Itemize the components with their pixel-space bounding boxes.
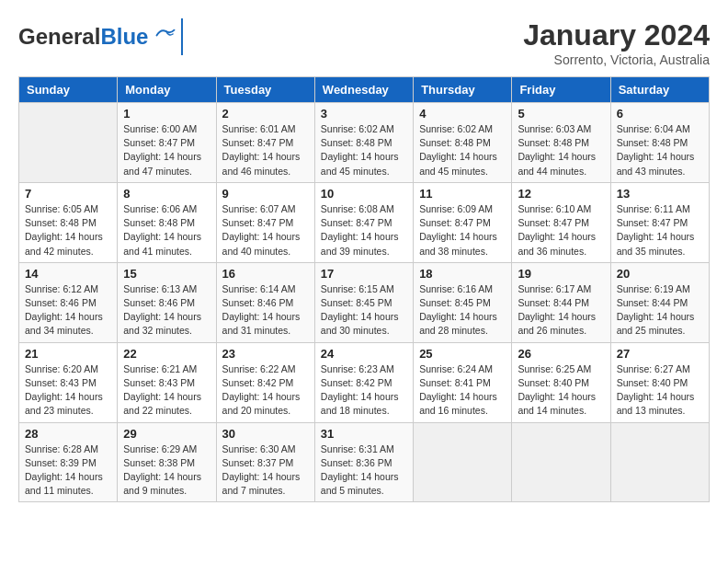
day-info: Sunrise: 6:17 AMSunset: 8:44 PMDaylight:… bbox=[518, 282, 604, 339]
calendar-cell: 26Sunrise: 6:25 AMSunset: 8:40 PMDayligh… bbox=[512, 342, 610, 422]
day-info: Sunrise: 6:21 AMSunset: 8:43 PMDaylight:… bbox=[123, 362, 210, 419]
calendar-table: SundayMondayTuesdayWednesdayThursdayFrid… bbox=[18, 76, 710, 502]
calendar-cell: 21Sunrise: 6:20 AMSunset: 8:43 PMDayligh… bbox=[19, 342, 118, 422]
calendar-week-row: 28Sunrise: 6:28 AMSunset: 8:39 PMDayligh… bbox=[19, 422, 710, 502]
title-block: January 2024 Sorrento, Victoria, Austral… bbox=[523, 18, 710, 67]
weekday-header-monday: Monday bbox=[118, 77, 216, 103]
calendar-week-row: 1Sunrise: 6:00 AMSunset: 8:47 PMDaylight… bbox=[19, 103, 710, 183]
calendar-cell bbox=[512, 422, 610, 502]
day-number: 28 bbox=[25, 427, 111, 441]
day-number: 18 bbox=[419, 267, 506, 281]
weekday-header-sunday: Sunday bbox=[19, 77, 118, 103]
day-number: 1 bbox=[123, 107, 210, 121]
day-number: 21 bbox=[25, 347, 111, 361]
calendar-cell: 31Sunrise: 6:31 AMSunset: 8:36 PMDayligh… bbox=[314, 422, 413, 502]
day-number: 30 bbox=[222, 427, 309, 441]
calendar-cell: 4Sunrise: 6:02 AMSunset: 8:48 PMDaylight… bbox=[414, 103, 512, 183]
day-info: Sunrise: 6:04 AMSunset: 8:48 PMDaylight:… bbox=[617, 122, 703, 178]
day-number: 5 bbox=[518, 107, 604, 121]
calendar-cell: 2Sunrise: 6:01 AMSunset: 8:47 PMDaylight… bbox=[216, 103, 314, 183]
day-number: 19 bbox=[518, 267, 604, 281]
calendar-week-row: 7Sunrise: 6:05 AMSunset: 8:48 PMDaylight… bbox=[19, 182, 710, 262]
calendar-cell: 22Sunrise: 6:21 AMSunset: 8:43 PMDayligh… bbox=[118, 342, 216, 422]
day-number: 26 bbox=[518, 347, 604, 361]
day-info: Sunrise: 6:23 AMSunset: 8:42 PMDaylight:… bbox=[321, 362, 407, 419]
calendar-cell: 28Sunrise: 6:28 AMSunset: 8:39 PMDayligh… bbox=[19, 422, 118, 502]
day-info: Sunrise: 6:07 AMSunset: 8:47 PMDaylight:… bbox=[222, 202, 309, 259]
day-info: Sunrise: 6:05 AMSunset: 8:48 PMDaylight:… bbox=[25, 202, 111, 259]
weekday-header-wednesday: Wednesday bbox=[314, 77, 413, 103]
weekday-header-thursday: Thursday bbox=[414, 77, 512, 103]
day-number: 12 bbox=[518, 187, 604, 201]
calendar-cell: 20Sunrise: 6:19 AMSunset: 8:44 PMDayligh… bbox=[610, 262, 709, 342]
calendar-cell: 16Sunrise: 6:14 AMSunset: 8:46 PMDayligh… bbox=[216, 262, 314, 342]
day-info: Sunrise: 6:02 AMSunset: 8:48 PMDaylight:… bbox=[419, 122, 506, 178]
calendar-cell: 19Sunrise: 6:17 AMSunset: 8:44 PMDayligh… bbox=[512, 262, 610, 342]
day-number: 27 bbox=[617, 347, 703, 361]
day-number: 8 bbox=[123, 187, 210, 201]
day-info: Sunrise: 6:11 AMSunset: 8:47 PMDaylight:… bbox=[617, 202, 703, 259]
day-info: Sunrise: 6:10 AMSunset: 8:47 PMDaylight:… bbox=[518, 202, 604, 259]
calendar-cell: 17Sunrise: 6:15 AMSunset: 8:45 PMDayligh… bbox=[314, 262, 413, 342]
day-number: 13 bbox=[617, 187, 703, 201]
day-number: 2 bbox=[222, 107, 309, 121]
day-info: Sunrise: 6:24 AMSunset: 8:41 PMDaylight:… bbox=[419, 362, 506, 419]
day-info: Sunrise: 6:20 AMSunset: 8:43 PMDaylight:… bbox=[25, 362, 111, 419]
calendar-cell: 10Sunrise: 6:08 AMSunset: 8:47 PMDayligh… bbox=[314, 182, 413, 262]
calendar-cell bbox=[414, 422, 512, 502]
day-number: 11 bbox=[419, 187, 506, 201]
logo-general-text: General bbox=[18, 24, 100, 49]
day-number: 7 bbox=[25, 187, 111, 201]
day-number: 29 bbox=[123, 427, 210, 441]
day-number: 15 bbox=[123, 267, 210, 281]
day-info: Sunrise: 6:06 AMSunset: 8:48 PMDaylight:… bbox=[123, 202, 210, 259]
calendar-cell: 7Sunrise: 6:05 AMSunset: 8:48 PMDaylight… bbox=[19, 182, 118, 262]
day-info: Sunrise: 6:08 AMSunset: 8:47 PMDaylight:… bbox=[321, 202, 407, 259]
weekday-header-friday: Friday bbox=[512, 77, 610, 103]
day-info: Sunrise: 6:12 AMSunset: 8:46 PMDaylight:… bbox=[25, 282, 111, 339]
day-info: Sunrise: 6:16 AMSunset: 8:45 PMDaylight:… bbox=[419, 282, 506, 339]
day-info: Sunrise: 6:09 AMSunset: 8:47 PMDaylight:… bbox=[419, 202, 506, 259]
day-number: 25 bbox=[419, 347, 506, 361]
day-info: Sunrise: 6:19 AMSunset: 8:44 PMDaylight:… bbox=[617, 282, 703, 339]
calendar-cell: 12Sunrise: 6:10 AMSunset: 8:47 PMDayligh… bbox=[512, 182, 610, 262]
day-info: Sunrise: 6:15 AMSunset: 8:45 PMDaylight:… bbox=[321, 282, 407, 339]
day-info: Sunrise: 6:03 AMSunset: 8:48 PMDaylight:… bbox=[518, 122, 604, 178]
calendar-cell: 27Sunrise: 6:27 AMSunset: 8:40 PMDayligh… bbox=[610, 342, 709, 422]
calendar-cell: 15Sunrise: 6:13 AMSunset: 8:46 PMDayligh… bbox=[118, 262, 216, 342]
calendar-cell: 25Sunrise: 6:24 AMSunset: 8:41 PMDayligh… bbox=[414, 342, 512, 422]
day-number: 14 bbox=[25, 267, 111, 281]
calendar-week-row: 21Sunrise: 6:20 AMSunset: 8:43 PMDayligh… bbox=[19, 342, 710, 422]
calendar-cell: 24Sunrise: 6:23 AMSunset: 8:42 PMDayligh… bbox=[314, 342, 413, 422]
calendar-cell: 1Sunrise: 6:00 AMSunset: 8:47 PMDaylight… bbox=[118, 103, 216, 183]
calendar-cell: 14Sunrise: 6:12 AMSunset: 8:46 PMDayligh… bbox=[19, 262, 118, 342]
day-number: 31 bbox=[321, 427, 407, 441]
day-number: 22 bbox=[123, 347, 210, 361]
location-subtitle: Sorrento, Victoria, Australia bbox=[523, 52, 710, 67]
calendar-cell: 29Sunrise: 6:29 AMSunset: 8:38 PMDayligh… bbox=[118, 422, 216, 502]
calendar-cell: 11Sunrise: 6:09 AMSunset: 8:47 PMDayligh… bbox=[414, 182, 512, 262]
day-number: 24 bbox=[321, 347, 407, 361]
calendar-cell: 23Sunrise: 6:22 AMSunset: 8:42 PMDayligh… bbox=[216, 342, 314, 422]
page-header: GeneralBlue January 2024 Sorrento, Victo… bbox=[18, 18, 710, 67]
day-info: Sunrise: 6:29 AMSunset: 8:38 PMDaylight:… bbox=[123, 442, 210, 499]
calendar-cell: 8Sunrise: 6:06 AMSunset: 8:48 PMDaylight… bbox=[118, 182, 216, 262]
day-info: Sunrise: 6:27 AMSunset: 8:40 PMDaylight:… bbox=[617, 362, 703, 419]
weekday-header-tuesday: Tuesday bbox=[216, 77, 314, 103]
day-number: 16 bbox=[222, 267, 309, 281]
day-number: 6 bbox=[617, 107, 703, 121]
calendar-cell: 5Sunrise: 6:03 AMSunset: 8:48 PMDaylight… bbox=[512, 103, 610, 183]
calendar-cell: 18Sunrise: 6:16 AMSunset: 8:45 PMDayligh… bbox=[414, 262, 512, 342]
weekday-header-row: SundayMondayTuesdayWednesdayThursdayFrid… bbox=[19, 77, 710, 103]
day-info: Sunrise: 6:14 AMSunset: 8:46 PMDaylight:… bbox=[222, 282, 309, 339]
day-info: Sunrise: 6:30 AMSunset: 8:37 PMDaylight:… bbox=[222, 442, 309, 499]
day-info: Sunrise: 6:13 AMSunset: 8:46 PMDaylight:… bbox=[123, 282, 210, 339]
day-info: Sunrise: 6:00 AMSunset: 8:47 PMDaylight:… bbox=[123, 122, 210, 178]
day-info: Sunrise: 6:25 AMSunset: 8:40 PMDaylight:… bbox=[518, 362, 604, 419]
calendar-cell bbox=[19, 103, 118, 183]
day-number: 3 bbox=[321, 107, 407, 121]
calendar-cell bbox=[610, 422, 709, 502]
calendar-cell: 9Sunrise: 6:07 AMSunset: 8:47 PMDaylight… bbox=[216, 182, 314, 262]
day-number: 17 bbox=[321, 267, 407, 281]
logo-bird-icon bbox=[155, 24, 176, 44]
